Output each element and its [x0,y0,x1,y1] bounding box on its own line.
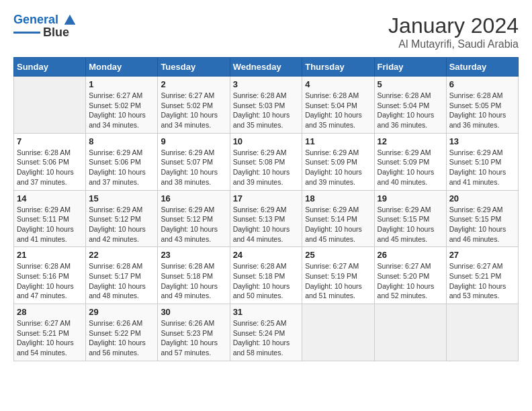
calendar-cell: 6Sunrise: 6:28 AM Sunset: 5:05 PM Daylig… [446,77,518,134]
day-number: 12 [378,136,443,146]
calendar-cell: 5Sunrise: 6:28 AM Sunset: 5:04 PM Daylig… [374,77,446,134]
calendar-week-row: 14Sunrise: 6:29 AM Sunset: 5:11 PM Dayli… [14,190,519,247]
day-number: 18 [305,193,371,203]
calendar-cell: 28Sunrise: 6:27 AM Sunset: 5:21 PM Dayli… [14,304,86,361]
day-info: Sunrise: 6:26 AM Sunset: 5:22 PM Dayligh… [89,318,154,358]
day-number: 11 [305,136,371,146]
day-number: 17 [233,193,300,203]
day-info: Sunrise: 6:28 AM Sunset: 5:03 PM Dayligh… [233,91,300,130]
location-title: Al Mutayrifi, Saudi Arabia [388,38,519,50]
calendar-cell: 7Sunrise: 6:28 AM Sunset: 5:06 PM Daylig… [14,133,86,190]
calendar-cell: 31Sunrise: 6:25 AM Sunset: 5:24 PM Dayli… [230,304,302,361]
day-info: Sunrise: 6:28 AM Sunset: 5:04 PM Dayligh… [305,91,371,130]
calendar-week-row: 1Sunrise: 6:27 AM Sunset: 5:02 PM Daylig… [14,77,519,134]
day-info: Sunrise: 6:29 AM Sunset: 5:09 PM Dayligh… [305,148,371,187]
day-number: 31 [233,307,300,317]
calendar-cell: 15Sunrise: 6:29 AM Sunset: 5:12 PM Dayli… [86,190,158,247]
day-number: 14 [17,193,83,203]
day-number: 4 [305,79,371,89]
day-number: 27 [449,250,515,260]
day-info: Sunrise: 6:28 AM Sunset: 5:18 PM Dayligh… [233,261,300,301]
day-number: 30 [161,307,226,317]
weekday-header: Friday [374,58,446,77]
day-number: 9 [161,136,226,146]
day-info: Sunrise: 6:27 AM Sunset: 5:20 PM Dayligh… [378,261,443,301]
day-number: 20 [449,193,515,203]
day-number: 5 [378,79,443,89]
calendar-cell: 23Sunrise: 6:28 AM Sunset: 5:18 PM Dayli… [158,247,230,304]
title-block: January 2024 Al Mutayrifi, Saudi Arabia [388,13,519,50]
calendar-cell: 10Sunrise: 6:29 AM Sunset: 5:08 PM Dayli… [230,133,302,190]
day-number: 1 [89,79,154,89]
day-info: Sunrise: 6:27 AM Sunset: 5:02 PM Dayligh… [89,91,154,130]
day-number: 15 [89,193,154,203]
calendar-week-row: 21Sunrise: 6:28 AM Sunset: 5:16 PM Dayli… [14,247,519,304]
weekday-header: Thursday [302,58,374,77]
calendar-cell: 9Sunrise: 6:29 AM Sunset: 5:07 PM Daylig… [158,133,230,190]
day-info: Sunrise: 6:29 AM Sunset: 5:15 PM Dayligh… [449,205,515,244]
day-info: Sunrise: 6:29 AM Sunset: 5:15 PM Dayligh… [378,205,443,244]
weekday-header: Wednesday [230,58,302,77]
day-number: 23 [161,250,226,260]
calendar-cell: 27Sunrise: 6:27 AM Sunset: 5:21 PM Dayli… [446,247,518,304]
day-info: Sunrise: 6:29 AM Sunset: 5:08 PM Dayligh… [233,148,300,187]
day-info: Sunrise: 6:29 AM Sunset: 5:06 PM Dayligh… [89,148,154,187]
calendar-table: SundayMondayTuesdayWednesdayThursdayFrid… [13,57,519,361]
weekday-header: Monday [86,58,158,77]
day-number: 13 [449,136,515,146]
day-number: 2 [161,79,226,89]
calendar-week-row: 28Sunrise: 6:27 AM Sunset: 5:21 PM Dayli… [14,304,519,361]
month-title: January 2024 [388,13,519,38]
day-info: Sunrise: 6:28 AM Sunset: 5:18 PM Dayligh… [161,261,226,301]
day-info: Sunrise: 6:28 AM Sunset: 5:16 PM Dayligh… [17,261,83,301]
calendar-cell: 19Sunrise: 6:29 AM Sunset: 5:15 PM Dayli… [374,190,446,247]
day-number: 10 [233,136,300,146]
weekday-header: Tuesday [158,58,230,77]
day-info: Sunrise: 6:28 AM Sunset: 5:17 PM Dayligh… [89,261,154,301]
calendar-cell: 18Sunrise: 6:29 AM Sunset: 5:14 PM Dayli… [302,190,374,247]
calendar-cell: 11Sunrise: 6:29 AM Sunset: 5:09 PM Dayli… [302,133,374,190]
calendar-cell: 30Sunrise: 6:26 AM Sunset: 5:23 PM Dayli… [158,304,230,361]
logo-text: General [13,13,77,27]
day-number: 21 [17,250,83,260]
day-info: Sunrise: 6:29 AM Sunset: 5:09 PM Dayligh… [378,148,443,187]
page-header: General Blue January 2024 Al Mutayrifi, … [13,13,519,50]
calendar-cell: 21Sunrise: 6:28 AM Sunset: 5:16 PM Dayli… [14,247,86,304]
calendar-cell: 16Sunrise: 6:29 AM Sunset: 5:12 PM Dayli… [158,190,230,247]
logo-line2: Blue [43,26,69,40]
calendar-cell: 24Sunrise: 6:28 AM Sunset: 5:18 PM Dayli… [230,247,302,304]
calendar-cell [374,304,446,361]
calendar-cell: 12Sunrise: 6:29 AM Sunset: 5:09 PM Dayli… [374,133,446,190]
day-info: Sunrise: 6:29 AM Sunset: 5:12 PM Dayligh… [89,205,154,244]
day-info: Sunrise: 6:27 AM Sunset: 5:02 PM Dayligh… [161,91,226,130]
calendar-cell: 25Sunrise: 6:27 AM Sunset: 5:19 PM Dayli… [302,247,374,304]
calendar-cell: 14Sunrise: 6:29 AM Sunset: 5:11 PM Dayli… [14,190,86,247]
calendar-cell: 13Sunrise: 6:29 AM Sunset: 5:10 PM Dayli… [446,133,518,190]
svg-marker-0 [64,15,76,25]
calendar-header-row: SundayMondayTuesdayWednesdayThursdayFrid… [14,58,519,77]
calendar-cell: 8Sunrise: 6:29 AM Sunset: 5:06 PM Daylig… [86,133,158,190]
day-number: 19 [378,193,443,203]
day-number: 22 [89,250,154,260]
day-info: Sunrise: 6:27 AM Sunset: 5:21 PM Dayligh… [449,261,515,301]
day-info: Sunrise: 6:29 AM Sunset: 5:10 PM Dayligh… [449,148,515,187]
calendar-cell [14,77,86,134]
day-info: Sunrise: 6:28 AM Sunset: 5:06 PM Dayligh… [17,148,83,187]
day-info: Sunrise: 6:29 AM Sunset: 5:12 PM Dayligh… [161,205,226,244]
day-number: 24 [233,250,300,260]
day-info: Sunrise: 6:25 AM Sunset: 5:24 PM Dayligh… [233,318,300,358]
calendar-cell: 3Sunrise: 6:28 AM Sunset: 5:03 PM Daylig… [230,77,302,134]
day-number: 26 [378,250,443,260]
weekday-header: Sunday [14,58,86,77]
day-number: 7 [17,136,83,146]
calendar-cell: 2Sunrise: 6:27 AM Sunset: 5:02 PM Daylig… [158,77,230,134]
calendar-cell: 26Sunrise: 6:27 AM Sunset: 5:20 PM Dayli… [374,247,446,304]
calendar-week-row: 7Sunrise: 6:28 AM Sunset: 5:06 PM Daylig… [14,133,519,190]
day-number: 29 [89,307,154,317]
day-number: 28 [17,307,83,317]
day-number: 3 [233,79,300,89]
day-info: Sunrise: 6:29 AM Sunset: 5:11 PM Dayligh… [17,205,83,244]
day-number: 25 [305,250,371,260]
calendar-cell [302,304,374,361]
day-info: Sunrise: 6:29 AM Sunset: 5:07 PM Dayligh… [161,148,226,187]
